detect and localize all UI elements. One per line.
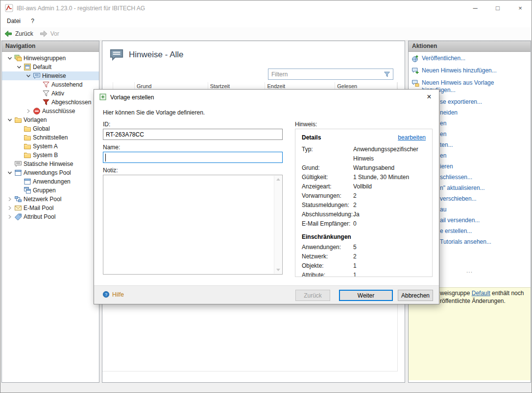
action-label: verschieben... bbox=[440, 195, 477, 203]
back-button[interactable]: Zurück bbox=[4, 30, 33, 38]
detail-row-gültigkeit: Gültigkeit:1 Stunde, 30 Minuten bbox=[302, 173, 426, 182]
bearbeiten-link[interactable]: bearbeiten bbox=[398, 134, 426, 141]
tree-item-hinweise[interactable]: Hinweise bbox=[2, 71, 99, 80]
tree-item-hinweisgruppen[interactable]: Hinweisgruppen bbox=[2, 54, 99, 63]
action-label: n" aktualisieren... bbox=[440, 185, 485, 192]
notification-text-part: enthält noch bbox=[490, 290, 524, 297]
action-veröffentlichen[interactable]: Veröffentlichen... bbox=[411, 55, 529, 63]
note-group-icon bbox=[24, 63, 31, 71]
tree-item-schnittstellen[interactable]: Schnittstellen bbox=[2, 133, 99, 142]
tree-item-netzwerk-pool[interactable]: Netzwerk Pool bbox=[2, 195, 99, 204]
attribute-icon bbox=[14, 213, 22, 221]
tree-item-aktiv[interactable]: Aktiv bbox=[2, 89, 99, 98]
app-window-icon bbox=[14, 169, 22, 177]
chevron-expanded-icon[interactable] bbox=[6, 169, 14, 177]
window-controls: ─ □ × bbox=[464, 0, 532, 16]
help-link[interactable]: ? Hilfe bbox=[102, 291, 124, 298]
tree-item-system-a[interactable]: System A bbox=[2, 142, 99, 151]
tree-item-statische-hinweise[interactable]: Statische Hinweise bbox=[2, 160, 99, 168]
chevron-collapsed-icon[interactable] bbox=[6, 195, 14, 203]
filter-done-icon bbox=[42, 98, 50, 106]
notiz-textarea[interactable] bbox=[103, 175, 283, 275]
tree-item-label: Hinweise bbox=[42, 72, 66, 79]
detail-value: 1 bbox=[353, 271, 426, 277]
menu-help[interactable]: ? bbox=[26, 16, 39, 26]
detail-row-abschlussmeldung: Abschlussmeldung:Ja bbox=[302, 210, 426, 219]
vorlage-erstellen-dialog: Vorlage erstellen × Hier können Sie die … bbox=[94, 89, 439, 304]
text-caret bbox=[105, 154, 106, 162]
action-label: schliessen... bbox=[440, 174, 472, 181]
chevron-spacer bbox=[15, 151, 23, 159]
tree-item-ausstehend[interactable]: Ausstehend bbox=[2, 80, 99, 89]
name-input[interactable] bbox=[103, 152, 282, 162]
window-title: IBI-aws Admin 1.23.0 - registriert für I… bbox=[17, 5, 145, 12]
dialog-title: Vorlage erstellen bbox=[110, 94, 154, 101]
detail-row-anzeigeart: Anzeigeart:Vollbild bbox=[302, 182, 426, 191]
details-rows: Typ:Anwendungsspezifischer HinweisGrund:… bbox=[302, 145, 426, 229]
tree-item-gruppen[interactable]: Gruppen bbox=[2, 186, 99, 195]
scroll-up-icon[interactable] bbox=[276, 178, 280, 181]
detail-row-typ: Typ:Anwendungsspezifischer Hinweis bbox=[302, 145, 426, 163]
tree-item-label: System B bbox=[33, 152, 58, 159]
chevron-collapsed-icon[interactable] bbox=[6, 204, 14, 212]
id-input[interactable] bbox=[103, 129, 283, 140]
tree-item-abgeschlossen[interactable]: Abgeschlossen bbox=[2, 98, 99, 107]
detail-row-statusmeldungen: Statusmeldungen:2 bbox=[302, 201, 426, 210]
chevron-expanded-icon[interactable] bbox=[15, 63, 23, 71]
forward-button[interactable]: Vor bbox=[39, 30, 59, 38]
detail-label: Abschlussmeldung: bbox=[302, 210, 353, 219]
maximize-button[interactable]: □ bbox=[486, 0, 509, 16]
detail-label: Typ: bbox=[302, 145, 353, 163]
tree-item-label: Netzwerk Pool bbox=[24, 196, 61, 203]
filter-active-icon bbox=[42, 90, 50, 97]
tree-item-e-mail-pool[interactable]: E-Mail Pool bbox=[2, 204, 99, 212]
chevron-spacer bbox=[15, 178, 23, 185]
svg-text:?: ? bbox=[105, 292, 107, 297]
action-label: Tutorials ansehen... bbox=[440, 238, 491, 246]
tree-item-ausschlüsse[interactable]: Ausschlüsse bbox=[2, 107, 99, 116]
restrictions-rows: Anwendungen:5Netzwerk:2Objekte:1Attribut… bbox=[302, 243, 426, 277]
note-add-icon bbox=[411, 67, 419, 75]
menubar: Datei ? bbox=[0, 16, 532, 27]
action-neuen-hinweis-hinzufügen[interactable]: Neuen Hinweis hinzufügen... bbox=[411, 67, 529, 75]
folder-icon bbox=[24, 142, 31, 150]
scroll-down-icon[interactable] bbox=[276, 269, 280, 271]
filter-funnel-icon[interactable] bbox=[383, 70, 391, 78]
detail-value: 2 bbox=[353, 252, 426, 261]
menu-datei[interactable]: Datei bbox=[2, 16, 25, 26]
action-label: en bbox=[440, 131, 446, 138]
tree-item-attribut-pool[interactable]: Attribut Pool bbox=[2, 212, 99, 221]
notiz-scrollbar[interactable] bbox=[274, 176, 282, 274]
tree-item-system-b[interactable]: System B bbox=[2, 151, 99, 160]
back-wizard-button[interactable]: Zurück bbox=[295, 290, 330, 301]
tree-item-vorlagen[interactable]: Vorlagen bbox=[2, 116, 99, 124]
tree-item-label: Hinweisgruppen bbox=[24, 55, 66, 62]
tree-item-default[interactable]: Default bbox=[2, 63, 99, 71]
notification-text-line2: röffentlichte Änderungen. bbox=[440, 297, 529, 305]
dialog-close-button[interactable]: × bbox=[424, 92, 435, 102]
tree-item-label: System A bbox=[33, 143, 58, 150]
chevron-expanded-icon[interactable] bbox=[6, 116, 14, 124]
close-button[interactable]: × bbox=[509, 0, 532, 16]
tree-item-global[interactable]: Global bbox=[2, 124, 99, 133]
action-label: au bbox=[440, 206, 446, 213]
action-label: ail versenden... bbox=[440, 217, 480, 224]
detail-label: Statusmeldungen: bbox=[302, 201, 353, 210]
speech-bubble-gray-icon bbox=[14, 160, 22, 168]
detail-row-netzwerk: Netzwerk:2 bbox=[302, 252, 426, 261]
detail-label: Gültigkeit: bbox=[302, 173, 353, 182]
minimize-button[interactable]: ─ bbox=[464, 0, 486, 16]
weiter-button[interactable]: Weiter bbox=[339, 290, 393, 301]
filter-input[interactable] bbox=[268, 71, 383, 78]
chevron-expanded-icon[interactable] bbox=[6, 54, 14, 62]
chevron-collapsed-icon[interactable] bbox=[24, 107, 32, 115]
abbrechen-button[interactable]: Abbrechen bbox=[398, 290, 433, 301]
chevron-spacer bbox=[6, 160, 14, 168]
default-group-link[interactable]: Default bbox=[472, 290, 490, 297]
chevron-expanded-icon[interactable] bbox=[24, 72, 32, 80]
page-title: Hinweise - Alle bbox=[129, 50, 184, 60]
tree-item-anwendungen[interactable]: Anwendungen bbox=[2, 177, 99, 186]
notiz-label: Notiz: bbox=[103, 167, 118, 174]
tree-item-anwendungs-pool[interactable]: Anwendungs Pool bbox=[2, 168, 99, 177]
chevron-collapsed-icon[interactable] bbox=[6, 213, 14, 221]
